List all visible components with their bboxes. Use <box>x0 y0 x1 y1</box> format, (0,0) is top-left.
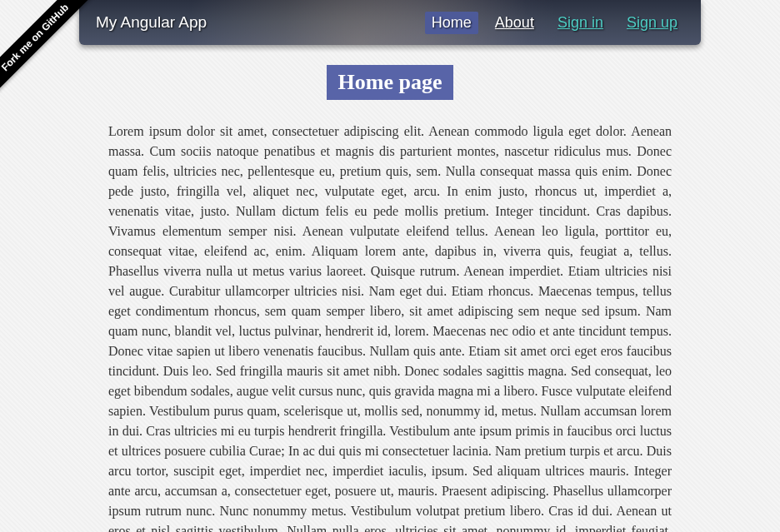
github-ribbon[interactable]: Fork me on GitHub <box>0 0 108 108</box>
nav-about[interactable]: About <box>488 12 541 34</box>
nav: Home About Sign in Sign up <box>425 12 684 34</box>
nav-signin[interactable]: Sign in <box>551 12 610 34</box>
nav-home[interactable]: Home <box>425 12 478 34</box>
nav-signup[interactable]: Sign up <box>620 12 684 34</box>
github-ribbon-label: Fork me on GitHub <box>0 0 102 104</box>
page-title-wrap: Home page <box>0 65 780 100</box>
page-title: Home page <box>327 65 454 100</box>
header: My Angular App Home About Sign in Sign u… <box>79 0 701 45</box>
content-body: Lorem ipsum dolor sit amet, consectetuer… <box>108 122 672 532</box>
app-title: My Angular App <box>96 13 207 32</box>
